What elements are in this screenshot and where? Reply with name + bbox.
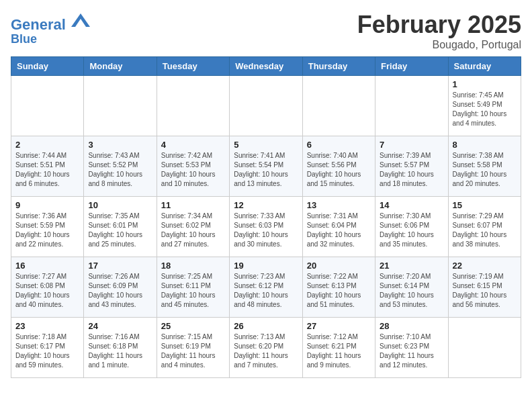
calendar-cell: 20Sunrise: 7:22 AM Sunset: 6:13 PM Dayli… (302, 257, 375, 318)
logo: General Blue (11, 11, 90, 46)
day-info: Sunrise: 7:26 AM Sunset: 6:09 PM Dayligh… (88, 272, 152, 310)
day-number: 7 (380, 140, 443, 150)
calendar-week-row: 23Sunrise: 7:18 AM Sunset: 6:17 PM Dayli… (11, 318, 521, 378)
day-number: 10 (88, 200, 152, 210)
calendar-cell: 18Sunrise: 7:25 AM Sunset: 6:11 PM Dayli… (157, 257, 229, 318)
calendar-cell: 13Sunrise: 7:31 AM Sunset: 6:04 PM Dayli… (302, 197, 375, 257)
day-info: Sunrise: 7:23 AM Sunset: 6:12 PM Dayligh… (234, 272, 298, 310)
calendar-cell: 21Sunrise: 7:20 AM Sunset: 6:14 PM Dayli… (375, 257, 448, 318)
day-number: 17 (88, 261, 152, 271)
calendar-cell: 17Sunrise: 7:26 AM Sunset: 6:09 PM Dayli… (84, 257, 157, 318)
day-number: 27 (307, 321, 371, 331)
calendar-cell: 25Sunrise: 7:15 AM Sunset: 6:19 PM Dayli… (157, 318, 229, 378)
logo-icon (71, 11, 90, 30)
calendar-cell: 4Sunrise: 7:42 AM Sunset: 5:53 PM Daylig… (157, 136, 229, 197)
day-number: 2 (15, 140, 79, 150)
day-info: Sunrise: 7:12 AM Sunset: 6:21 PM Dayligh… (307, 332, 371, 370)
day-number: 9 (15, 200, 79, 210)
day-info: Sunrise: 7:42 AM Sunset: 5:53 PM Dayligh… (161, 151, 225, 189)
weekday-header-wednesday: Wednesday (230, 57, 302, 76)
day-number: 24 (88, 321, 152, 331)
day-info: Sunrise: 7:31 AM Sunset: 6:04 PM Dayligh… (307, 212, 371, 249)
day-info: Sunrise: 7:34 AM Sunset: 6:02 PM Dayligh… (161, 212, 225, 249)
calendar-cell: 28Sunrise: 7:10 AM Sunset: 6:23 PM Dayli… (375, 318, 448, 378)
day-info: Sunrise: 7:43 AM Sunset: 5:52 PM Dayligh… (88, 151, 152, 189)
day-info: Sunrise: 7:10 AM Sunset: 6:23 PM Dayligh… (380, 332, 443, 370)
calendar-cell: 22Sunrise: 7:19 AM Sunset: 6:15 PM Dayli… (448, 257, 521, 318)
day-info: Sunrise: 7:20 AM Sunset: 6:14 PM Dayligh… (380, 272, 443, 310)
day-info: Sunrise: 7:38 AM Sunset: 5:58 PM Dayligh… (453, 151, 517, 189)
day-number: 25 (161, 321, 225, 331)
weekday-header-sunday: Sunday (11, 57, 84, 76)
day-number: 4 (161, 140, 225, 150)
calendar-cell (448, 318, 521, 378)
calendar-cell (375, 76, 448, 136)
calendar-subtitle: Bougado, Portugal (357, 39, 521, 51)
day-info: Sunrise: 7:35 AM Sunset: 6:01 PM Dayligh… (88, 212, 152, 249)
day-info: Sunrise: 7:25 AM Sunset: 6:11 PM Dayligh… (161, 272, 225, 310)
day-info: Sunrise: 7:19 AM Sunset: 6:15 PM Dayligh… (453, 272, 517, 310)
calendar-week-row: 9Sunrise: 7:36 AM Sunset: 5:59 PM Daylig… (11, 197, 521, 257)
day-info: Sunrise: 7:45 AM Sunset: 5:49 PM Dayligh… (453, 91, 517, 128)
calendar-cell: 9Sunrise: 7:36 AM Sunset: 5:59 PM Daylig… (11, 197, 84, 257)
calendar-cell: 14Sunrise: 7:30 AM Sunset: 6:06 PM Dayli… (375, 197, 448, 257)
day-info: Sunrise: 7:30 AM Sunset: 6:06 PM Dayligh… (380, 212, 443, 249)
day-info: Sunrise: 7:44 AM Sunset: 5:51 PM Dayligh… (15, 151, 79, 189)
weekday-header-tuesday: Tuesday (157, 57, 229, 76)
weekday-header-thursday: Thursday (302, 57, 375, 76)
calendar-week-row: 1Sunrise: 7:45 AM Sunset: 5:49 PM Daylig… (11, 76, 521, 136)
calendar-table: SundayMondayTuesdayWednesdayThursdayFrid… (11, 56, 521, 378)
day-number: 20 (307, 261, 371, 271)
day-number: 1 (453, 79, 517, 89)
day-number: 8 (453, 140, 517, 150)
day-number: 18 (161, 261, 225, 271)
calendar-cell (84, 76, 157, 136)
logo-blue: Blue (11, 33, 90, 46)
day-info: Sunrise: 7:27 AM Sunset: 6:08 PM Dayligh… (15, 272, 79, 310)
day-number: 3 (88, 140, 152, 150)
day-number: 19 (234, 261, 298, 271)
day-number: 15 (453, 200, 517, 210)
calendar-cell: 16Sunrise: 7:27 AM Sunset: 6:08 PM Dayli… (11, 257, 84, 318)
day-number: 11 (161, 200, 225, 210)
day-info: Sunrise: 7:29 AM Sunset: 6:07 PM Dayligh… (453, 212, 517, 249)
calendar-week-row: 2Sunrise: 7:44 AM Sunset: 5:51 PM Daylig… (11, 136, 521, 197)
calendar-cell: 23Sunrise: 7:18 AM Sunset: 6:17 PM Dayli… (11, 318, 84, 378)
calendar-cell (157, 76, 229, 136)
calendar-cell: 24Sunrise: 7:16 AM Sunset: 6:18 PM Dayli… (84, 318, 157, 378)
calendar-cell: 1Sunrise: 7:45 AM Sunset: 5:49 PM Daylig… (448, 76, 521, 136)
calendar-cell: 2Sunrise: 7:44 AM Sunset: 5:51 PM Daylig… (11, 136, 84, 197)
day-number: 13 (307, 200, 371, 210)
day-info: Sunrise: 7:39 AM Sunset: 5:57 PM Dayligh… (380, 151, 443, 189)
calendar-cell: 19Sunrise: 7:23 AM Sunset: 6:12 PM Dayli… (230, 257, 302, 318)
day-number: 28 (380, 321, 443, 331)
weekday-header-monday: Monday (84, 57, 157, 76)
day-number: 22 (453, 261, 517, 271)
page-header: General Blue February 2025 Bougado, Port… (11, 11, 521, 51)
day-number: 14 (380, 200, 443, 210)
day-number: 6 (307, 140, 371, 150)
calendar-cell: 5Sunrise: 7:41 AM Sunset: 5:54 PM Daylig… (230, 136, 302, 197)
calendar-cell: 12Sunrise: 7:33 AM Sunset: 6:03 PM Dayli… (230, 197, 302, 257)
calendar-cell: 6Sunrise: 7:40 AM Sunset: 5:56 PM Daylig… (302, 136, 375, 197)
weekday-header-row: SundayMondayTuesdayWednesdayThursdayFrid… (11, 57, 521, 76)
calendar-cell (11, 76, 84, 136)
calendar-cell: 8Sunrise: 7:38 AM Sunset: 5:58 PM Daylig… (448, 136, 521, 197)
calendar-title: February 2025 (357, 11, 521, 39)
calendar-cell: 3Sunrise: 7:43 AM Sunset: 5:52 PM Daylig… (84, 136, 157, 197)
day-info: Sunrise: 7:18 AM Sunset: 6:17 PM Dayligh… (15, 332, 79, 370)
calendar-week-row: 16Sunrise: 7:27 AM Sunset: 6:08 PM Dayli… (11, 257, 521, 318)
calendar-cell: 10Sunrise: 7:35 AM Sunset: 6:01 PM Dayli… (84, 197, 157, 257)
weekday-header-friday: Friday (375, 57, 448, 76)
day-number: 5 (234, 140, 298, 150)
day-info: Sunrise: 7:15 AM Sunset: 6:19 PM Dayligh… (161, 332, 225, 370)
logo-general: General (11, 16, 66, 33)
calendar-cell (302, 76, 375, 136)
day-info: Sunrise: 7:41 AM Sunset: 5:54 PM Dayligh… (234, 151, 298, 189)
day-number: 23 (15, 321, 79, 331)
day-number: 21 (380, 261, 443, 271)
weekday-header-saturday: Saturday (448, 57, 521, 76)
calendar-cell: 27Sunrise: 7:12 AM Sunset: 6:21 PM Dayli… (302, 318, 375, 378)
day-info: Sunrise: 7:33 AM Sunset: 6:03 PM Dayligh… (234, 212, 298, 249)
day-number: 12 (234, 200, 298, 210)
